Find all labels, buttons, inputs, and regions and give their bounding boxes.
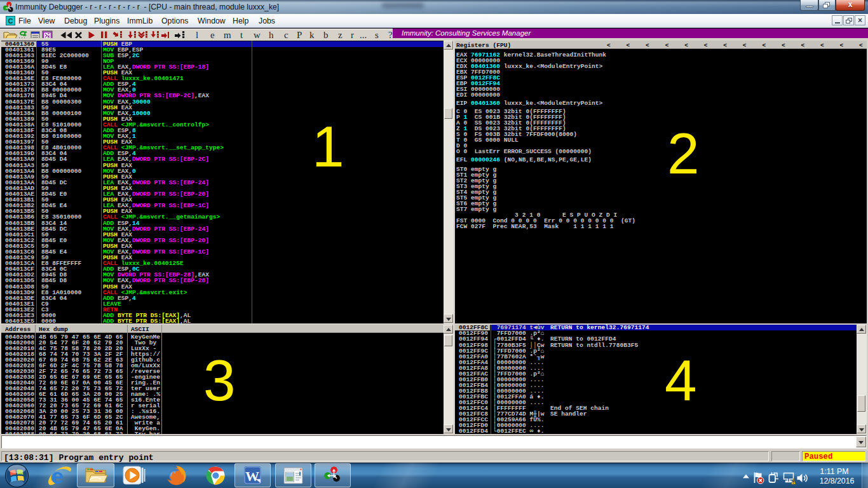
svg-text:W: W <box>245 468 259 484</box>
